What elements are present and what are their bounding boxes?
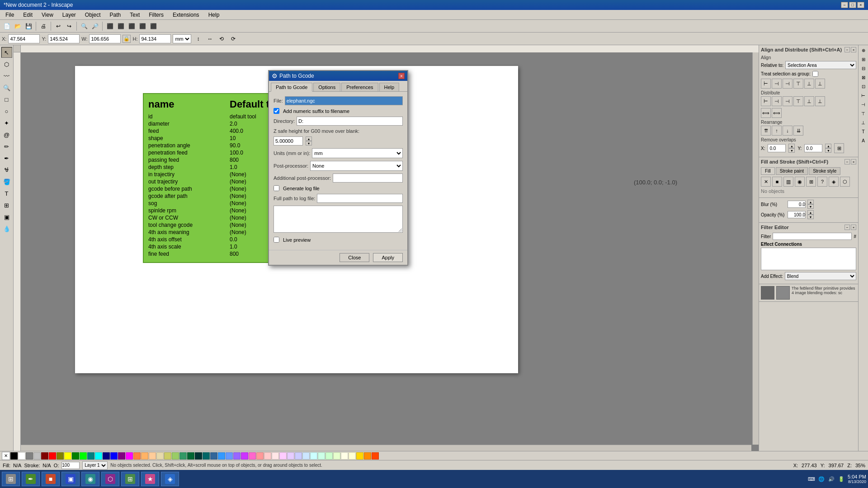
maximize-button[interactable]: □ <box>849 2 856 8</box>
overlap-x-input[interactable] <box>768 144 786 152</box>
tab-stroke-paint[interactable]: Stroke paint <box>776 167 808 175</box>
opacity-down[interactable]: ▼ <box>807 215 814 219</box>
transform2-button[interactable]: ↔ <box>205 34 215 44</box>
blur-down[interactable]: ▼ <box>807 204 814 209</box>
color-swatch[interactable] <box>372 452 379 460</box>
color-swatch[interactable] <box>349 452 356 460</box>
taskbar-app-7[interactable]: ★ <box>141 472 159 486</box>
color-swatch[interactable] <box>172 452 179 460</box>
color-swatch[interactable] <box>249 452 256 460</box>
color-swatch[interactable] <box>364 452 371 460</box>
taskbar-app-4[interactable]: ◉ <box>81 472 99 486</box>
menu-text[interactable]: Text <box>126 11 143 19</box>
color-swatch[interactable] <box>233 452 241 460</box>
color-swatch[interactable] <box>179 452 187 460</box>
overlap-x-up[interactable]: ▲ <box>788 144 795 148</box>
align-top-button[interactable]: ⬛ <box>137 21 147 31</box>
lower-btn[interactable]: ↓ <box>783 126 793 136</box>
taskbar-app-5[interactable]: ⬡ <box>101 472 119 486</box>
tab-fill[interactable]: Fill <box>761 167 775 175</box>
z-safe-up[interactable]: ▲ <box>306 136 312 141</box>
relative-to-select[interactable]: Selection Area Page Drawing <box>785 61 856 69</box>
file-input[interactable] <box>285 96 403 105</box>
zoom-tool[interactable]: 🔍 <box>1 82 12 93</box>
apply-button[interactable]: Apply <box>373 253 403 262</box>
bucket-tool[interactable]: 🪣 <box>1 176 12 187</box>
color-swatch[interactable] <box>272 452 279 460</box>
color-swatch[interactable] <box>156 452 164 460</box>
raise-to-top-btn[interactable]: ⇈ <box>761 126 771 136</box>
color-swatch[interactable] <box>326 452 333 460</box>
snap-btn-1[interactable]: ⊕ <box>859 46 868 54</box>
opacity-up[interactable]: ▲ <box>807 210 814 215</box>
overlap-y-down[interactable]: ▼ <box>825 148 831 153</box>
z-safe-down[interactable]: ▼ <box>306 141 312 145</box>
dist-eq-v-btn[interactable]: ⟺ <box>772 108 782 118</box>
close-button[interactable]: Close <box>340 253 369 262</box>
fill-panel-minimize[interactable]: − <box>844 159 850 164</box>
post-processor-select[interactable]: None <box>310 161 403 171</box>
color-swatch[interactable] <box>256 452 264 460</box>
snap-btn-2[interactable]: ⊞ <box>859 55 868 63</box>
align-top-edges-btn[interactable]: ⊤ <box>793 79 803 89</box>
align-bottom-edges-btn[interactable]: ⊥ <box>815 79 825 89</box>
dist-eq-h-btn[interactable]: ⟺ <box>761 108 771 118</box>
directory-input[interactable] <box>297 117 403 126</box>
color-swatch[interactable] <box>295 452 302 460</box>
color-swatch[interactable] <box>210 452 217 460</box>
undo-button[interactable]: ↩ <box>53 21 63 31</box>
align-center-v-btn[interactable]: ⊥ <box>804 79 814 89</box>
w-coord-input[interactable] <box>89 34 121 43</box>
log-path-input[interactable] <box>317 194 403 203</box>
snap-btn-4[interactable]: ⊠ <box>859 73 868 81</box>
tab-help[interactable]: Help <box>379 83 400 91</box>
overlap-y-up[interactable]: ▲ <box>825 144 831 148</box>
calligraphy-tool[interactable]: Ꮰ <box>1 164 12 175</box>
node-tool[interactable]: ⬡ <box>1 59 12 70</box>
tweak-tool[interactable]: 〰 <box>1 70 12 81</box>
output-textarea[interactable] <box>274 206 403 233</box>
transform-button[interactable]: ↕ <box>193 34 203 44</box>
color-swatch[interactable] <box>64 452 71 460</box>
h-coord-input[interactable] <box>139 34 171 43</box>
y-coord-input[interactable] <box>48 34 80 43</box>
snap-btn-3[interactable]: ⊟ <box>859 64 868 72</box>
overlap-y-input[interactable] <box>804 144 822 152</box>
menu-path[interactable]: Path <box>106 11 125 19</box>
connector-tool[interactable]: ⊞ <box>1 200 12 211</box>
color-swatch[interactable] <box>302 452 310 460</box>
color-swatch[interactable] <box>103 452 110 460</box>
fill-unset-btn[interactable]: ? <box>817 177 827 187</box>
fill-radial-grad-btn[interactable]: ◉ <box>795 177 805 187</box>
save-button[interactable]: 💾 <box>24 21 33 31</box>
color-swatch[interactable] <box>133 452 141 460</box>
fill-extra-btn[interactable]: ⬡ <box>840 177 850 187</box>
color-swatch[interactable] <box>80 452 87 460</box>
add-effect-select[interactable]: Blend Blur ColorMatrix <box>785 272 856 280</box>
color-swatch[interactable] <box>310 452 317 460</box>
align-panel-minimize[interactable]: − <box>844 47 850 52</box>
taskbar-app-8[interactable]: ◈ <box>161 472 179 486</box>
close-button[interactable]: × <box>857 2 864 8</box>
start-button[interactable]: ⊞ <box>2 472 20 486</box>
filter-panel-minimize[interactable]: − <box>844 225 850 230</box>
fill-marker-btn[interactable]: ◈ <box>829 177 839 187</box>
color-swatch[interactable] <box>49 452 56 460</box>
color-swatch[interactable] <box>195 452 202 460</box>
open-button[interactable]: 📂 <box>13 21 23 31</box>
x-coord-input[interactable] <box>8 34 40 43</box>
redo-button[interactable]: ↪ <box>64 21 74 31</box>
menu-edit[interactable]: Edit <box>19 11 36 19</box>
color-swatch[interactable] <box>241 452 248 460</box>
color-swatch[interactable] <box>87 452 94 460</box>
dist-center-h-btn[interactable]: ⊣ <box>772 96 782 106</box>
ellipse-tool[interactable]: ○ <box>1 106 12 117</box>
color-swatch[interactable] <box>164 452 171 460</box>
color-swatch[interactable] <box>126 452 133 460</box>
align-center-h-btn[interactable]: ⊣ <box>772 79 782 89</box>
transform4-button[interactable]: ⟳ <box>228 34 238 44</box>
align-center-button[interactable]: ⬛ <box>116 21 126 31</box>
menu-file[interactable]: File <box>2 11 18 19</box>
snap-btn-6[interactable]: ⊢ <box>859 91 868 99</box>
align-left-button[interactable]: ⬛ <box>105 21 115 31</box>
